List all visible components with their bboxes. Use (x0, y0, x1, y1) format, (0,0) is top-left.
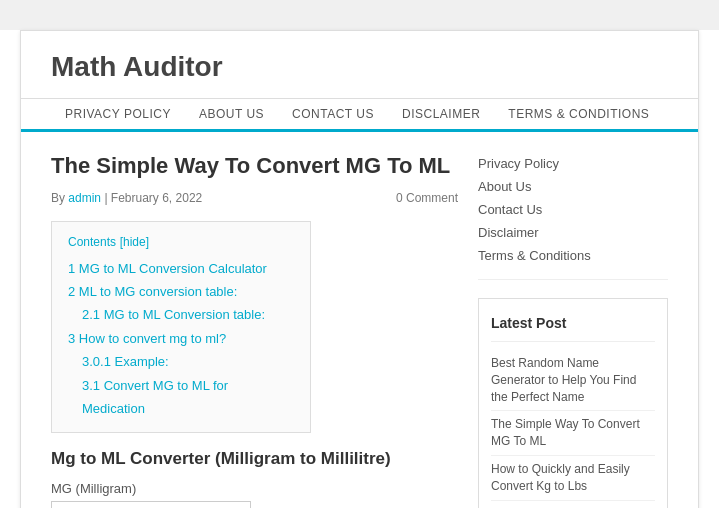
latest-post-item-1[interactable]: The Simple Way To Convert MG To ML (491, 411, 655, 456)
sidebar-link-contact[interactable]: Contact Us (478, 198, 668, 221)
sidebar-link-disclaimer[interactable]: Disclaimer (478, 221, 668, 244)
latest-post-box: Latest Post Best Random Name Generator t… (478, 298, 668, 508)
latest-post-item-2[interactable]: How to Quickly and Easily Convert Kg to … (491, 456, 655, 501)
nav-item-disclaimer[interactable]: DISCLAIMER (388, 99, 494, 129)
toc-box: Contents [hide] 1 MG to ML Conversion Ca… (51, 221, 311, 434)
toc-item-3[interactable]: 3 How to convert mg to ml? (68, 327, 294, 350)
toc-header: Contents [hide] (68, 234, 294, 249)
toc-item-21[interactable]: 2.1 MG to ML Conversion table: (68, 303, 294, 326)
nav-item-terms[interactable]: TERMS & CONDITIONS (494, 99, 663, 129)
toc-item-2[interactable]: 2 ML to MG conversion table: (68, 280, 294, 303)
article-byline: By admin | February 6, 2022 (51, 191, 202, 205)
article-title: The Simple Way To Convert MG To ML (51, 152, 458, 181)
article-date: February 6, 2022 (111, 191, 202, 205)
nav-bar: PRIVACY POLICY ABOUT US CONTACT US DISCL… (21, 98, 698, 132)
sidebar-link-privacy[interactable]: Privacy Policy (478, 152, 668, 175)
nav-item-about[interactable]: ABOUT US (185, 99, 278, 129)
mg-input[interactable] (51, 501, 251, 508)
article-meta: By admin | February 6, 2022 0 Comment (51, 191, 458, 205)
toc-item-1[interactable]: 1 MG to ML Conversion Calculator (68, 257, 294, 280)
toc-hide[interactable]: [hide] (120, 235, 149, 249)
article-comment: 0 Comment (396, 191, 458, 205)
toc-item-31[interactable]: 3.1 Convert MG to ML for Medication (68, 374, 294, 421)
latest-post-item-3[interactable]: Oz To Cups: A Comprehensive Guide (491, 501, 655, 508)
article-author[interactable]: admin (68, 191, 101, 205)
content-area: The Simple Way To Convert MG To ML By ad… (21, 132, 698, 508)
latest-post-item-0[interactable]: Best Random Name Generator to Help You F… (491, 350, 655, 411)
sidebar-link-terms[interactable]: Terms & Conditions (478, 244, 668, 267)
nav-item-privacy[interactable]: PRIVACY POLICY (51, 99, 185, 129)
toc-list: 1 MG to ML Conversion Calculator 2 ML to… (68, 257, 294, 421)
sidebar-link-about[interactable]: About Us (478, 175, 668, 198)
converter-title: Mg to ML Converter (Milligram to Millili… (51, 449, 458, 469)
main-content: The Simple Way To Convert MG To ML By ad… (51, 152, 458, 508)
mg-field-label: MG (Milligram) (51, 481, 458, 496)
latest-post-title: Latest Post (491, 309, 655, 342)
site-title: Math Auditor (51, 51, 668, 83)
site-header: Math Auditor (21, 31, 698, 98)
sidebar-links: Privacy Policy About Us Contact Us Discl… (478, 152, 668, 280)
sidebar: Privacy Policy About Us Contact Us Discl… (478, 152, 668, 508)
nav-item-contact[interactable]: CONTACT US (278, 99, 388, 129)
toc-item-301[interactable]: 3.0.1 Example: (68, 350, 294, 373)
